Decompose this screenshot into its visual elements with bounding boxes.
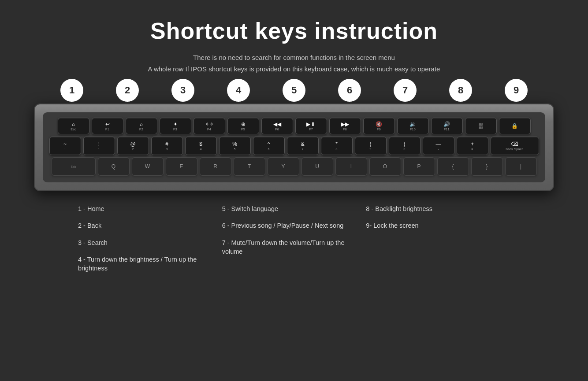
key-p: P bbox=[403, 157, 435, 176]
search-key-icon: ⌕ bbox=[140, 121, 143, 127]
key-backlight: ▒ bbox=[465, 118, 497, 134]
exclaim-icon: ! bbox=[98, 141, 100, 147]
fn-key-row: ⌂ Esc ↩ F1 ⌕ F2 ✦ F3 bbox=[47, 118, 541, 134]
dollar-icon: $ bbox=[199, 141, 202, 147]
underscore-icon: — bbox=[436, 141, 441, 147]
key-bracket-l: { bbox=[437, 157, 469, 176]
key-f8: ▶▶ F8 bbox=[329, 118, 361, 134]
bubble-3: 3 bbox=[171, 79, 194, 102]
key-f10: 🔉 F10 bbox=[397, 118, 429, 134]
key-f9: 🔇 F9 bbox=[363, 118, 395, 134]
desc-1: 1 - Home bbox=[78, 204, 213, 213]
keyboard-wrapper: 1 2 3 4 5 6 7 8 9 ⌂ Esc ↩ F1 bbox=[34, 88, 554, 191]
key-6: ^ 6 bbox=[253, 137, 285, 155]
key-tilde: ~ ` bbox=[49, 137, 81, 155]
key-t: T bbox=[234, 157, 265, 176]
key-f11: 🔊 F11 bbox=[431, 118, 463, 134]
key-f4: ✧✧ F4 bbox=[194, 118, 225, 134]
bubble-9: 9 bbox=[505, 79, 528, 102]
lock-icon: 🔒 bbox=[511, 123, 518, 129]
page-container: Shortcut keys instruction There is no ne… bbox=[0, 0, 588, 381]
key-5: % 5 bbox=[219, 137, 251, 155]
key-8: * 8 bbox=[321, 137, 353, 155]
key-backspace: ⌫ Back Space bbox=[491, 137, 539, 155]
brightness-down-icon: ✦ bbox=[173, 121, 178, 127]
desc-col-3: 8 - Backlight brightness 9- Lock the scr… bbox=[366, 204, 510, 273]
desc-4: 4 - Turn down the brightness / Turn up t… bbox=[78, 255, 213, 273]
key-f3: ✦ F3 bbox=[160, 118, 191, 134]
desc-col-1: 1 - Home 2 - Back 3 - Search 4 - Turn do… bbox=[78, 204, 222, 273]
key-e: E bbox=[166, 157, 197, 176]
brightness-up-icon: ✧✧ bbox=[205, 121, 214, 127]
subtitle: There is no need to search for common fu… bbox=[148, 52, 440, 74]
at-icon: @ bbox=[130, 141, 135, 147]
key-u: U bbox=[301, 157, 333, 176]
key-r: R bbox=[200, 157, 231, 176]
language-icon: ⊕ bbox=[241, 121, 246, 127]
key-q: Q bbox=[98, 157, 130, 176]
next-icon: ▶▶ bbox=[341, 121, 349, 127]
bubble-2: 2 bbox=[116, 79, 139, 102]
bubbles-row: 1 2 3 4 5 6 7 8 9 bbox=[34, 79, 554, 102]
subtitle-line2: A whole row If IPOS shortcut keys is pro… bbox=[148, 63, 440, 75]
key-minus: — - bbox=[423, 137, 454, 155]
key-i: I bbox=[335, 157, 367, 176]
key-f2: ⌕ F2 bbox=[126, 118, 157, 134]
bubble-4: 4 bbox=[227, 79, 250, 102]
key-y: Y bbox=[268, 157, 299, 176]
description-section: 1 - Home 2 - Back 3 - Search 4 - Turn do… bbox=[52, 204, 536, 273]
star-icon: * bbox=[335, 141, 338, 147]
amp-icon: & bbox=[301, 141, 304, 147]
page-title: Shortcut keys instruction bbox=[150, 18, 438, 44]
key-bracket-r: } bbox=[471, 157, 503, 176]
bubble-6: 6 bbox=[338, 79, 361, 102]
bubble-7: 7 bbox=[394, 79, 417, 102]
desc-3: 3 - Search bbox=[78, 238, 213, 247]
desc-5: 5 - Switch language bbox=[222, 204, 357, 213]
keyboard-body: ⌂ Esc ↩ F1 ⌕ F2 ✦ F3 bbox=[34, 104, 554, 191]
vol-up-icon: 🔊 bbox=[443, 121, 450, 127]
keyboard-inner: ⌂ Esc ↩ F1 ⌕ F2 ✦ F3 bbox=[43, 112, 545, 182]
key-w: W bbox=[132, 157, 164, 176]
key-1: ! 1 bbox=[83, 137, 115, 155]
key-f6: ◀◀ F6 bbox=[261, 118, 293, 134]
back-icon: ↩ bbox=[105, 121, 110, 127]
desc-2: 2 - Back bbox=[78, 221, 213, 230]
subtitle-line1: There is no need to search for common fu… bbox=[148, 52, 440, 63]
caret-icon: ^ bbox=[268, 141, 270, 147]
key-tab: Tab bbox=[52, 157, 96, 176]
vol-down-icon: 🔉 bbox=[409, 121, 416, 127]
desc-col-2: 5 - Switch language 6 - Previous song / … bbox=[222, 204, 366, 273]
bubble-1: 1 bbox=[60, 79, 83, 102]
desc-9: 9- Lock the screen bbox=[366, 221, 501, 230]
key-4: $ 4 bbox=[185, 137, 217, 155]
key-7: & 7 bbox=[287, 137, 319, 155]
num-key-row: ~ ` ! 1 @ 2 # 3 bbox=[47, 137, 541, 155]
key-lock: 🔒 bbox=[499, 118, 531, 134]
key-esc: ⌂ Esc bbox=[58, 118, 89, 134]
desc-6: 6 - Previous song / Play/Pause / Next so… bbox=[222, 221, 357, 230]
desc-8: 8 - Backlight brightness bbox=[366, 204, 501, 213]
backlight-icon: ▒ bbox=[479, 123, 483, 129]
key-9: ( 9 bbox=[355, 137, 387, 155]
bubble-8: 8 bbox=[449, 79, 472, 102]
third-key-row: Tab Q W E R T Y U I O P { } | bbox=[47, 157, 541, 176]
key-2: @ 2 bbox=[117, 137, 149, 155]
desc-7: 7 - Mute/Turn down the volume/Turn up th… bbox=[222, 238, 357, 256]
key-o: O bbox=[369, 157, 401, 176]
key-plus: + = bbox=[457, 137, 488, 155]
tilde-top: ~ bbox=[63, 141, 67, 147]
key-f7: ▶⏸ F7 bbox=[295, 118, 327, 134]
bubble-5: 5 bbox=[283, 79, 305, 102]
backspace-icon: ⌫ bbox=[511, 141, 518, 147]
hash-icon: # bbox=[165, 141, 168, 147]
paren-open-icon: ( bbox=[370, 141, 372, 147]
plus-icon: + bbox=[471, 141, 474, 147]
playpause-icon: ▶⏸ bbox=[306, 121, 316, 127]
key-3: # 3 bbox=[151, 137, 183, 155]
key-f5: ⊕ F5 bbox=[227, 118, 259, 134]
home-icon: ⌂ bbox=[72, 121, 75, 127]
key-f1: ↩ F1 bbox=[92, 118, 123, 134]
paren-close-icon: ) bbox=[404, 141, 406, 147]
prev-icon: ◀◀ bbox=[273, 121, 281, 127]
